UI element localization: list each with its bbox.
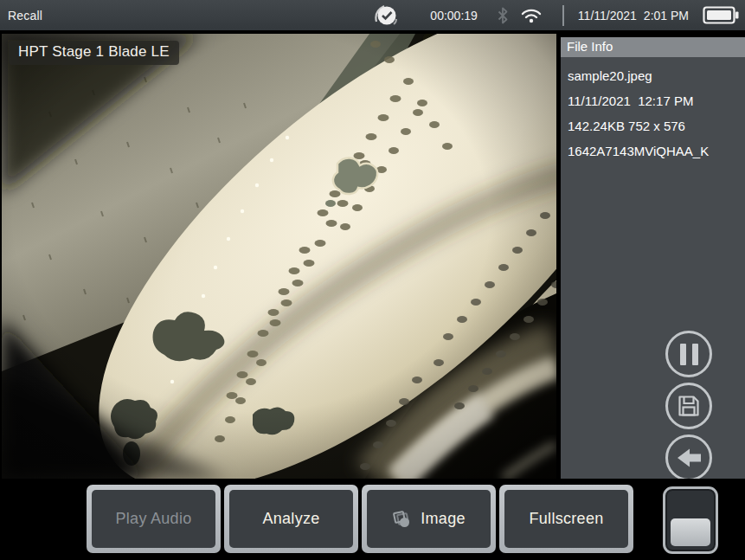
device-screen: Recall 00:00:19 11/11/2021 2:01 PM bbox=[0, 0, 745, 560]
file-info-header: File Info bbox=[561, 37, 745, 57]
battery-icon bbox=[703, 6, 739, 24]
analyze-button[interactable]: Analyze bbox=[224, 485, 358, 553]
screen-toggle-knob bbox=[671, 518, 710, 546]
image-label: Image bbox=[421, 510, 466, 528]
status-time: 2:01 PM bbox=[644, 9, 689, 23]
file-datetime: 11/11/2021 12:17 PM bbox=[561, 88, 745, 113]
pause-icon bbox=[680, 344, 698, 365]
recording-timer: 00:00:19 bbox=[430, 9, 478, 23]
fullscreen-label: Fullscreen bbox=[529, 510, 603, 528]
image-button[interactable]: Image bbox=[362, 485, 496, 553]
back-button[interactable] bbox=[665, 434, 712, 481]
recalled-image-viewport[interactable]: HPT Stage 1 Blade LE bbox=[2, 34, 556, 479]
status-indicators: 00:00:19 11/11/2021 2:01 PM bbox=[375, 4, 745, 27]
borescope-image bbox=[2, 34, 556, 479]
bottom-bar: Play Audio Analyze Image Fullscreen bbox=[0, 479, 745, 560]
inspection-check-icon bbox=[375, 4, 397, 27]
save-icon bbox=[676, 393, 702, 419]
file-info-panel: File Info sample20.jpeg 11/11/2021 12:17… bbox=[561, 37, 745, 479]
status-date: 11/11/2021 bbox=[578, 9, 637, 23]
back-arrow-icon bbox=[675, 447, 703, 469]
mode-label: Recall bbox=[8, 9, 42, 23]
screen-toggle-button[interactable] bbox=[663, 486, 718, 554]
play-audio-button[interactable]: Play Audio bbox=[87, 485, 221, 553]
analyze-label: Analyze bbox=[262, 510, 319, 528]
pause-button[interactable] bbox=[665, 331, 712, 377]
file-name: sample20.jpeg bbox=[561, 63, 745, 88]
play-audio-label: Play Audio bbox=[115, 510, 191, 528]
status-divider bbox=[562, 5, 564, 26]
file-size-dimensions: 142.24KB 752 x 576 bbox=[561, 113, 745, 138]
wifi-icon bbox=[521, 8, 542, 23]
fullscreen-button[interactable]: Fullscreen bbox=[499, 485, 633, 553]
image-overlay-label: HPT Stage 1 Blade LE bbox=[9, 41, 179, 65]
file-info-rows: sample20.jpeg 11/11/2021 12:17 PM 142.24… bbox=[561, 57, 745, 164]
status-bar: Recall 00:00:19 11/11/2021 2:01 PM bbox=[0, 0, 745, 30]
save-button[interactable] bbox=[665, 383, 712, 429]
image-stack-icon bbox=[392, 510, 413, 529]
bluetooth-icon bbox=[497, 7, 509, 24]
file-serial: 1642A7143MViQHAA_K bbox=[561, 138, 745, 164]
